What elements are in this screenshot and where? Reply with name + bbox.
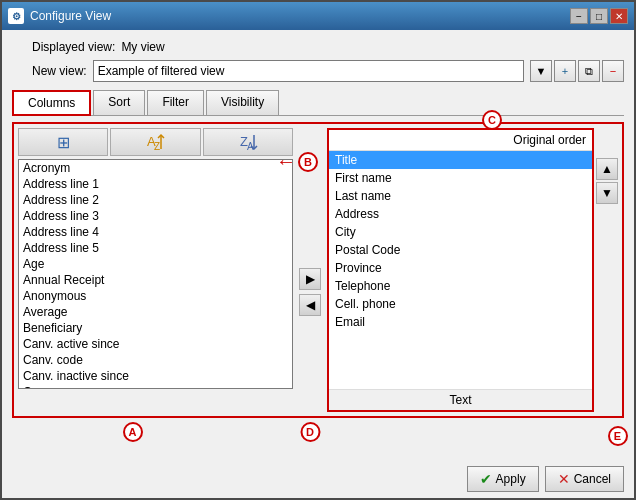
title-bar: ⚙ Configure View − □ ✕ xyxy=(2,2,634,30)
list-item[interactable]: Annual Receipt xyxy=(19,272,292,288)
displayed-view-row: Displayed view: My view xyxy=(12,40,624,54)
right-list-item[interactable]: Telephone xyxy=(329,277,592,295)
tab-bar: Columns Sort Filter Visibility xyxy=(12,90,624,116)
right-list-item[interactable]: Last name xyxy=(329,187,592,205)
right-list-item[interactable]: First name xyxy=(329,169,592,187)
x-icon: ✕ xyxy=(558,471,570,487)
main-area: ⊞ AZ ZA ← B xyxy=(12,122,624,450)
right-panel-footer: Text xyxy=(329,389,592,410)
list-item[interactable]: Age xyxy=(19,256,292,272)
tab-columns[interactable]: Columns xyxy=(12,90,91,116)
window-icon: ⚙ xyxy=(8,8,24,24)
list-item[interactable]: Anonymous xyxy=(19,288,292,304)
annotation-c: C xyxy=(482,110,502,130)
annotation-b: B xyxy=(298,152,318,172)
svg-text:Z: Z xyxy=(154,141,160,152)
cancel-button[interactable]: ✕ Cancel xyxy=(545,466,624,492)
left-column-list[interactable]: Acronym Address line 1 Address line 2 Ad… xyxy=(18,159,293,389)
sort-asc-button[interactable]: AZ xyxy=(110,128,200,156)
new-view-label: New view: xyxy=(32,64,87,78)
left-section: ⊞ AZ ZA ← B xyxy=(18,128,293,412)
move-up-button[interactable]: ▲ xyxy=(596,158,618,180)
list-item[interactable]: Canv. active since xyxy=(19,336,292,352)
annotation-d: D xyxy=(300,422,320,442)
check-icon: ✔ xyxy=(480,471,492,487)
apply-label: Apply xyxy=(496,472,526,486)
toolbar-row: ⊞ AZ ZA ← B xyxy=(18,128,293,156)
new-view-row: New view: ▼ + ⧉ − xyxy=(12,60,624,82)
apply-button[interactable]: ✔ Apply xyxy=(467,466,539,492)
right-list-item[interactable]: Postal Code xyxy=(329,241,592,259)
right-column-panel: C Original order Title First name Last n… xyxy=(327,128,594,412)
right-list-item[interactable]: Email xyxy=(329,313,592,331)
close-button[interactable]: ✕ xyxy=(610,8,628,24)
displayed-view-value: My view xyxy=(121,40,164,54)
right-list-item[interactable]: Cell. phone xyxy=(329,295,592,313)
right-list-item[interactable]: City xyxy=(329,223,592,241)
list-item[interactable]: Address line 2 xyxy=(19,192,292,208)
list-item[interactable]: Canvasser xyxy=(19,384,292,389)
right-section: C Original order Title First name Last n… xyxy=(327,128,618,412)
maximize-button[interactable]: □ xyxy=(590,8,608,24)
right-list-item[interactable]: Title xyxy=(329,151,592,169)
annotation-e: E xyxy=(608,426,628,446)
list-item[interactable]: Address line 1 xyxy=(19,176,292,192)
annotation-a: A xyxy=(123,422,143,442)
right-list-item[interactable]: Address xyxy=(329,205,592,223)
tab-sort[interactable]: Sort xyxy=(93,90,145,115)
right-column-list[interactable]: Title First name Last name Address City … xyxy=(329,151,592,389)
input-side-buttons: ▼ + ⧉ − xyxy=(530,60,624,82)
bottom-bar: ✔ Apply ✕ Cancel xyxy=(2,460,634,498)
window-title: Configure View xyxy=(30,9,564,23)
list-item[interactable]: Address line 3 xyxy=(19,208,292,224)
dropdown-button[interactable]: ▼ xyxy=(530,60,552,82)
list-item[interactable]: Acronym xyxy=(19,160,292,176)
copy-button[interactable]: ⧉ xyxy=(578,60,600,82)
cancel-label: Cancel xyxy=(574,472,611,486)
grid-view-button[interactable]: ⊞ xyxy=(18,128,108,156)
list-item[interactable]: Address line 4 xyxy=(19,224,292,240)
add-button[interactable]: + xyxy=(554,60,576,82)
tab-filter[interactable]: Filter xyxy=(147,90,204,115)
remove-button[interactable]: − xyxy=(602,60,624,82)
configure-view-window: ⚙ Configure View − □ ✕ Displayed view: M… xyxy=(0,0,636,500)
right-list-item[interactable]: Province xyxy=(329,259,592,277)
list-item[interactable]: Address line 5 xyxy=(19,240,292,256)
list-item[interactable]: Average xyxy=(19,304,292,320)
tab-visibility[interactable]: Visibility xyxy=(206,90,279,115)
minimize-button[interactable]: − xyxy=(570,8,588,24)
list-item[interactable]: Beneficiary xyxy=(19,320,292,336)
list-item[interactable]: Canv. inactive since xyxy=(19,368,292,384)
panels-row: ⊞ AZ ZA ← B xyxy=(12,122,624,418)
dialog-content: Displayed view: My view New view: ▼ + ⧉ … xyxy=(2,30,634,460)
right-side-arrows: ▲ ▼ E ↑ xyxy=(596,128,618,412)
right-panel-header: Original order xyxy=(329,130,592,151)
displayed-view-label: Displayed view: xyxy=(32,40,115,54)
new-view-input[interactable] xyxy=(93,60,524,82)
list-item[interactable]: Canv. code xyxy=(19,352,292,368)
title-bar-buttons: − □ ✕ xyxy=(570,8,628,24)
move-right-button[interactable]: ▶ xyxy=(299,268,321,290)
move-left-button[interactable]: ◀ xyxy=(299,294,321,316)
move-down-button[interactable]: ▼ xyxy=(596,182,618,204)
